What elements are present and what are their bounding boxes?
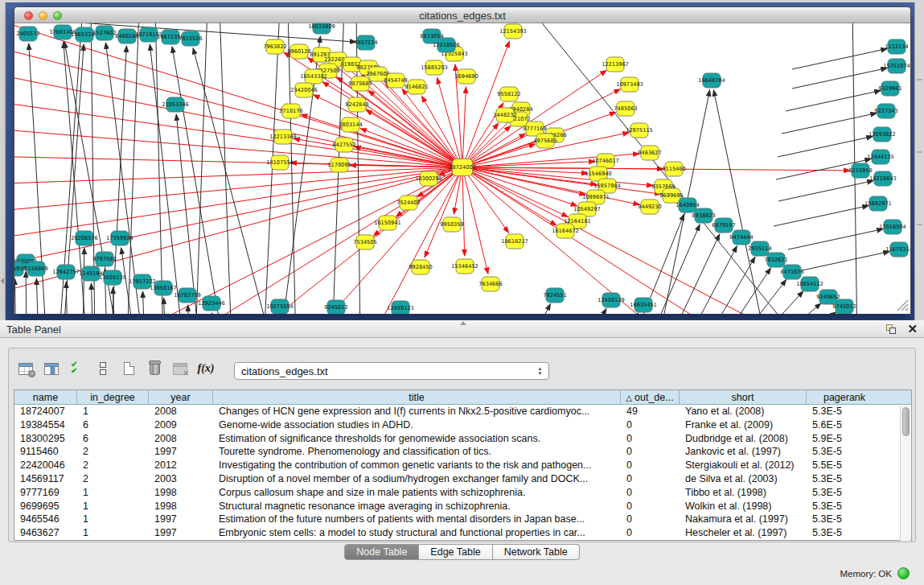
right-splitter[interactable] [914, 2, 924, 320]
graph-node[interactable]: 11675314 [885, 242, 910, 257]
graph-edge[interactable] [782, 113, 877, 134]
graph-edge[interactable] [792, 68, 887, 89]
graph-node[interactable]: 7832621 [764, 253, 787, 267]
graph-edge[interactable] [220, 23, 232, 314]
graph-node[interactable]: 9242848 [345, 97, 368, 112]
graph-edge[interactable] [462, 70, 606, 167]
column-header-out_degree[interactable]: △out_de... [621, 390, 680, 404]
graph-edge[interactable] [91, 283, 93, 314]
graph-edge[interactable] [462, 167, 465, 256]
graph-node[interactable]: 9115460 [662, 162, 685, 176]
graph-edge[interactable] [294, 138, 462, 167]
table-row[interactable]: 911546021997Tourette syndrome. Phenomeno… [14, 445, 911, 459]
graph-node[interactable]: 9245012 [324, 300, 347, 314]
column-header-pagerank[interactable]: pagerank [807, 390, 882, 404]
table-scrollbar[interactable] [900, 406, 910, 541]
graph-node[interactable]: 9928450 [409, 260, 432, 274]
graph-node[interactable]: 15751074 [883, 59, 910, 73]
graph-node[interactable]: 4975685 [533, 134, 556, 148]
graph-node[interactable]: 2718176 [279, 104, 302, 118]
memory-status-icon[interactable] [897, 567, 910, 579]
column-header-name[interactable]: name [14, 390, 77, 404]
graph-node[interactable]: 10654112 [796, 277, 823, 291]
graph-node[interactable]: 1156869 [24, 262, 47, 276]
graph-node[interactable]: 7634666 [478, 277, 502, 291]
graph-edge[interactable] [314, 95, 462, 167]
graph-node[interactable]: 16033809 [308, 23, 335, 34]
graph-edge[interactable] [704, 257, 755, 314]
graph-edge[interactable] [304, 167, 462, 314]
graph-edge[interactable] [795, 252, 889, 272]
left-splitter[interactable] [0, 2, 6, 320]
graph-edge[interactable] [212, 313, 214, 314]
float-panel-icon[interactable] [886, 324, 897, 335]
row-height-button[interactable] [92, 359, 113, 378]
network-window-titlebar[interactable]: citations_edges.txt [14, 7, 910, 23]
graph-node[interactable]: 17016504 [879, 220, 906, 234]
graph-node[interactable]: 1448232 [493, 108, 516, 122]
table-row[interactable]: 1938455462009Genome-wide association stu… [14, 418, 911, 432]
graph-edge[interactable] [188, 305, 190, 314]
graph-edge[interactable] [36, 278, 39, 314]
graph-edge[interactable] [667, 234, 720, 314]
table-selector-combobox[interactable]: citations_edges.txt ▲▼ [234, 362, 549, 380]
graph-edge[interactable] [788, 312, 836, 314]
graph-node[interactable]: 18616217 [501, 234, 528, 249]
graph-node[interactable]: 9463627 [638, 146, 661, 160]
graph-edge[interactable] [754, 291, 803, 314]
tab-node-table[interactable]: Node Table [344, 544, 419, 560]
network-window[interactable]: citations_edges.txt 18724007796382289601… [14, 6, 911, 314]
graph-edge[interactable] [155, 23, 163, 314]
graph-node[interactable]: 9449230 [638, 200, 661, 214]
graph-node[interactable]: 12923446 [198, 296, 225, 311]
graph-edge[interactable] [14, 23, 462, 167]
graph-node[interactable]: 9227343 [874, 104, 897, 118]
function-builder-button[interactable]: f(x) [195, 359, 216, 378]
tab-network-table[interactable]: Network Table [493, 544, 580, 560]
graph-edge[interactable] [142, 291, 145, 314]
graph-node[interactable]: 2803144 [339, 117, 362, 132]
column-header-year[interactable]: year [149, 390, 213, 404]
graph-edge[interactable] [788, 229, 883, 249]
graph-node[interactable]: 18107554 [266, 155, 294, 170]
graph-node[interactable]: 9474444 [729, 230, 753, 245]
graph-edge[interactable] [713, 90, 766, 314]
graph-node[interactable]: 7857224 [354, 35, 377, 50]
graph-edge[interactable] [786, 91, 881, 111]
graph-node[interactable]: 8938923 [692, 208, 715, 223]
graph-node[interactable]: 7534505 [353, 235, 376, 249]
graph-node[interactable]: 1527602 [92, 26, 116, 40]
graph-node[interactable]: 12213967 [602, 57, 629, 72]
graph-edge[interactable] [462, 167, 556, 225]
panel-splitter-arrow-icon[interactable] [460, 321, 466, 325]
table-settings-button[interactable] [15, 359, 36, 378]
graph-node[interactable]: 8454749 [384, 73, 407, 88]
graph-edge[interactable] [772, 303, 821, 314]
graph-node[interactable]: 7963822 [263, 39, 286, 54]
graph-edge[interactable] [462, 167, 653, 186]
graph-node[interactable]: 7524402 [396, 196, 420, 210]
table-row[interactable]: 969969511998Structural magnetic resonanc… [14, 500, 911, 513]
tab-edge-table[interactable]: Edge Table [419, 544, 492, 560]
graph-edge[interactable] [778, 137, 873, 157]
graph-edge[interactable] [14, 167, 462, 241]
table-row[interactable]: 1830029562008Estimation of significance … [14, 432, 911, 446]
graph-node[interactable]: 12093822 [869, 127, 896, 142]
graph-node[interactable]: 12444135 [867, 150, 894, 164]
graph-node[interactable]: 8471676 [780, 265, 803, 279]
graph-node[interactable]: 13505135 [99, 270, 126, 285]
network-canvas[interactable]: 1872400779638228960128891293423226058982… [14, 23, 910, 314]
graph-node[interactable]: 7815526 [179, 31, 202, 46]
graph-edge[interactable] [792, 49, 887, 69]
column-header-title[interactable]: title [213, 390, 621, 404]
column-header-in_degree[interactable]: in_degree [77, 390, 149, 404]
table-row[interactable]: 946554611997Estimation of the future num… [14, 513, 911, 526]
graph-node[interactable]: 9329961 [878, 81, 901, 96]
graph-node[interactable]: 6879197 [712, 218, 735, 233]
graph-node[interactable]: 12154393 [499, 24, 527, 39]
graph-node[interactable]: 23420046 [290, 83, 318, 97]
graph-edge[interactable] [462, 167, 488, 274]
graph-edge[interactable] [685, 246, 737, 314]
graph-edge[interactable] [164, 298, 166, 314]
table-row[interactable]: 1456911722003Disruption of a novel membe… [14, 472, 911, 486]
